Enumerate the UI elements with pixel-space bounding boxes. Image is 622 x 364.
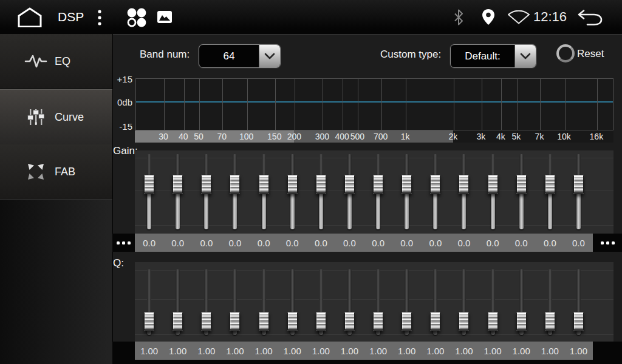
slider-thumb[interactable] — [144, 312, 154, 331]
gain-slider-4[interactable] — [230, 154, 240, 229]
gain-slider-7[interactable] — [316, 154, 326, 229]
slider-thumb[interactable] — [344, 175, 355, 194]
gain-slider-6[interactable] — [287, 154, 298, 229]
slider-thumb[interactable] — [545, 175, 555, 194]
q-more-left-button[interactable] — [112, 342, 135, 360]
gain-value-3: 0.0 — [192, 234, 220, 252]
q-slider-6[interactable] — [287, 268, 298, 336]
sidebar-item-fab[interactable]: FAB — [0, 144, 112, 200]
slider-thumb[interactable] — [259, 312, 269, 331]
slider-thumb[interactable] — [402, 312, 412, 331]
custom-type-label: Custom type: — [380, 49, 441, 61]
q-slider-13[interactable] — [488, 268, 498, 336]
chevron-down-icon[interactable] — [259, 45, 280, 67]
slider-thumb[interactable] — [230, 312, 240, 331]
slider-thumb[interactable] — [516, 175, 527, 194]
slider-track-upper — [233, 154, 237, 177]
gain-value-9: 0.0 — [364, 234, 392, 252]
gain-slider-13[interactable] — [488, 154, 498, 229]
sidebar-item-label: EQ — [55, 55, 70, 68]
slider-thumb[interactable] — [344, 312, 355, 331]
gain-slider-14[interactable] — [516, 154, 527, 229]
slider-thumb[interactable] — [201, 312, 211, 331]
q-slider-12[interactable] — [459, 268, 469, 336]
gain-slider-1[interactable] — [144, 154, 154, 229]
slider-thumb[interactable] — [430, 175, 440, 194]
sidebar-item-eq[interactable]: EQ — [0, 34, 112, 89]
slider-thumb[interactable] — [316, 175, 326, 194]
slider-thumb[interactable] — [516, 312, 527, 331]
gain-more-left-button[interactable] — [112, 234, 135, 252]
q-slider-16[interactable] — [573, 268, 584, 336]
gain-slider-9[interactable] — [373, 154, 383, 229]
q-slider-10[interactable] — [402, 268, 412, 336]
gain-slider-10[interactable] — [402, 154, 412, 229]
slider-thumb[interactable] — [573, 312, 584, 331]
chevron-down-icon[interactable] — [514, 45, 536, 67]
q-slider-3[interactable] — [201, 268, 211, 336]
home-icon[interactable] — [16, 7, 44, 27]
gain-slider-11[interactable] — [430, 154, 440, 229]
gain-slider-5[interactable] — [259, 154, 269, 229]
q-more-right-button[interactable] — [593, 342, 622, 360]
custom-type-dropdown[interactable]: Default: — [450, 44, 536, 68]
slider-thumb[interactable] — [173, 175, 183, 194]
slider-thumb[interactable] — [459, 175, 469, 194]
band-num-dropdown[interactable]: 64 — [199, 44, 281, 68]
gain-slider-8[interactable] — [344, 154, 355, 229]
slider-track-upper — [347, 269, 352, 314]
slider-thumb[interactable] — [488, 175, 498, 194]
gain-slider-15[interactable] — [545, 154, 555, 229]
slider-thumb[interactable] — [144, 175, 154, 194]
back-icon[interactable] — [577, 9, 604, 26]
gain-more-right-button[interactable] — [593, 234, 622, 252]
freq-tick-30: 30 — [159, 130, 168, 143]
y-axis-label-plus15: +15 — [112, 74, 132, 84]
slider-thumb[interactable] — [173, 312, 183, 331]
slider-thumb[interactable] — [373, 312, 383, 331]
grid-line — [184, 79, 185, 130]
q-slider-1[interactable] — [144, 268, 154, 336]
slider-thumb[interactable] — [287, 175, 298, 194]
freq-tick-300: 300 — [315, 130, 329, 143]
kebab-menu-icon[interactable] — [97, 9, 103, 26]
slider-thumb[interactable] — [459, 312, 469, 331]
q-slider-8[interactable] — [344, 268, 355, 336]
gallery-icon[interactable] — [157, 10, 173, 24]
slider-thumb[interactable] — [287, 312, 298, 331]
slider-thumb[interactable] — [201, 175, 211, 194]
gain-slider-16[interactable] — [573, 154, 584, 229]
gain-slider-2[interactable] — [173, 154, 183, 229]
slider-track-upper — [347, 154, 352, 177]
q-value-3: 1.00 — [192, 342, 220, 360]
q-slider-2[interactable] — [173, 268, 183, 336]
gain-slider-12[interactable] — [459, 154, 469, 229]
slider-thumb[interactable] — [402, 175, 412, 194]
q-slider-9[interactable] — [373, 268, 383, 336]
q-slider-7[interactable] — [316, 268, 326, 336]
slider-thumb[interactable] — [230, 175, 240, 194]
q-slider-11[interactable] — [430, 268, 440, 336]
band-num-value: 64 — [199, 45, 259, 67]
q-slider-15[interactable] — [545, 268, 555, 336]
gain-value-16: 0.0 — [564, 234, 593, 252]
slider-thumb[interactable] — [259, 175, 269, 194]
reset-radio-icon[interactable] — [556, 44, 575, 62]
slider-thumb[interactable] — [488, 312, 498, 331]
zero-db-curve-line — [136, 101, 613, 103]
slider-thumb[interactable] — [373, 175, 383, 194]
slider-thumb[interactable] — [545, 312, 555, 331]
slider-thumb[interactable] — [316, 312, 326, 331]
q-slider-14[interactable] — [516, 268, 527, 336]
apps-clover-icon[interactable] — [125, 7, 148, 28]
q-slider-4[interactable] — [230, 268, 240, 336]
grid-line — [597, 79, 598, 130]
sidebar-item-curve[interactable]: Curve — [0, 89, 112, 145]
top-status-bar: DSP 12:16 — [0, 0, 622, 35]
freq-axis-scrollbar[interactable]: 304050701001502003004005007001k2k3k4k5k7… — [135, 130, 613, 143]
slider-thumb[interactable] — [430, 312, 440, 331]
gain-slider-3[interactable] — [201, 154, 211, 229]
gain-values-strip: 0.00.00.00.00.00.00.00.00.00.00.00.00.00… — [135, 234, 593, 252]
slider-thumb[interactable] — [573, 175, 584, 194]
q-slider-5[interactable] — [259, 268, 269, 336]
